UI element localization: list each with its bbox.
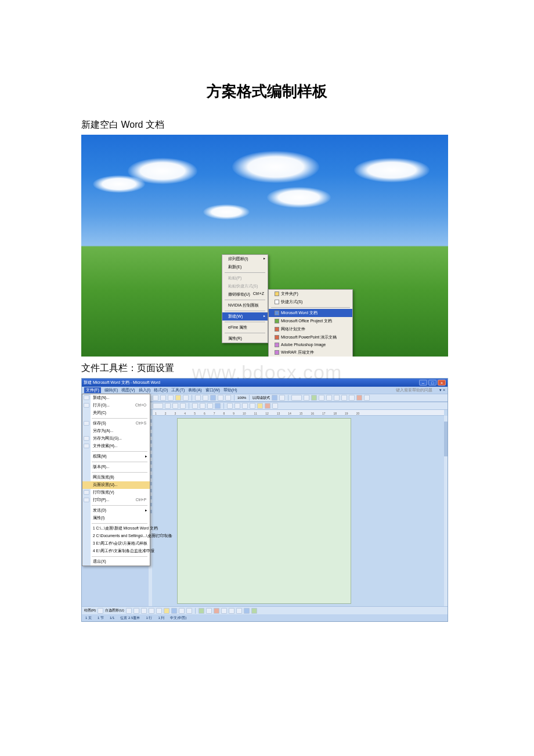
doc-close-button[interactable]: ▾ × [439,388,445,393]
new-folder[interactable]: 文件夹(F) [269,290,352,298]
draw-menu[interactable]: 绘图(R) [84,608,96,613]
toolbar-button[interactable] [250,403,255,409]
zoom-value[interactable]: 100% [237,396,246,399]
toolbar-button[interactable] [272,403,278,409]
font-color-tool[interactable] [214,608,219,614]
file-web-preview[interactable]: 网页预览(B) [82,474,150,481]
menu-bar[interactable]: 文件(F) 编辑(E) 视图(V) 插入(I) 格式(O) 工具(T) 表格(A… [82,387,448,394]
file-menu-dropdown[interactable]: 新建(N)... 打开(O)...Ctrl+O 关闭(C) 保存(S)Ctrl+… [82,394,150,566]
toolbar-button[interactable] [227,403,233,409]
drawing-toolbar[interactable]: 绘图(R) 自选图形(U) [82,606,448,614]
toolbar-button[interactable] [272,395,277,401]
toolbar-button[interactable] [210,395,216,401]
file-permission[interactable]: 权限(M) [82,453,150,460]
ctx-nvidia[interactable]: NVIDIA 控制面板 [222,301,268,309]
new-ppt[interactable]: Microsoft PowerPoint 演示文稿 [269,333,352,341]
menu-tools[interactable]: 工具(T) [171,387,185,393]
toolbar-button[interactable] [218,395,223,401]
file-recent-3[interactable]: 3 E:\周工作\会议\方案格式样板 [82,540,150,548]
file-open[interactable]: 打开(O)...Ctrl+O [82,402,150,409]
dash-style-tool[interactable] [229,608,234,614]
toolbar-button[interactable] [172,403,178,409]
ctx-refresh[interactable]: 刷新(E) [222,263,268,271]
toolbar-button[interactable] [207,403,213,409]
file-save[interactable]: 保存(S)Ctrl+S [82,420,150,427]
toolbar-button[interactable] [225,395,231,401]
toolbar-button[interactable] [334,395,340,401]
oval-tool[interactable] [149,608,154,614]
file-print-preview[interactable]: 打印预览(V) [82,489,150,496]
new-shortcut[interactable]: 快捷方式(S) [269,298,352,306]
context-menu-desktop[interactable]: 排列图标(I) 刷新(E) 粘贴(P) 粘贴快捷方式(S) 撤销移动(U)Ctr… [222,254,268,343]
file-recent-1[interactable]: 1 C:\...\桌面\新建 Microsoft Word 文档 [82,525,150,532]
file-exit[interactable]: 退出(X) [82,558,150,566]
file-page-setup[interactable]: 页面设置(U)... [82,481,150,489]
ctx-efine[interactable]: eFine 属性 [222,323,268,332]
file-new[interactable]: 新建(N)... [82,394,150,402]
vertical-scrollbar[interactable] [444,416,448,606]
new-psd[interactable]: Adobe Photoshop Image [269,341,352,348]
toolbar-button[interactable] [195,395,201,401]
menu-window[interactable]: 窗口(W) [205,387,220,393]
context-submenu-new[interactable]: 文件夹(F) 快捷方式(S) Microsoft Word 文档 Microso… [268,289,353,357]
workspace[interactable] [153,416,444,606]
file-properties[interactable]: 属性(I) [82,514,150,522]
line-style-tool[interactable] [221,608,227,614]
wordart-tool[interactable] [164,608,169,614]
minimize-button[interactable]: – [419,380,427,386]
file-recent-4[interactable]: 4 E:\周工作\文案制备总监批准申报 [82,548,150,555]
new-netplan[interactable]: 网络计划文件 [269,325,352,333]
picture-tool[interactable] [186,608,192,614]
toolbar-button[interactable] [311,395,317,401]
toolbar-button[interactable] [356,395,362,401]
close-button[interactable]: × [438,380,446,386]
toolbar-button[interactable] [160,395,166,401]
horizontal-ruler[interactable]: 1234567891011121314151617181920 [153,410,444,416]
toolbar-button[interactable] [180,403,186,409]
ctx-properties[interactable]: 属性(R) [222,334,268,343]
menu-format[interactable]: 格式(O) [154,387,168,393]
toolbar-button[interactable] [319,395,324,401]
file-saveas[interactable]: 另存为(A)... [82,427,150,435]
toolbar-button[interactable] [168,395,174,401]
toolbar-button[interactable] [291,395,302,401]
window-titlebar[interactable]: 新建 Microsoft Word 文档 - Microsoft Word – … [82,379,448,387]
new-word-doc[interactable]: Microsoft Word 文档 [269,309,352,317]
file-recent-2[interactable]: 2 C:\Documents and Settings\...\桌面\打印制备 [82,532,150,540]
menu-table[interactable]: 表格(A) [188,387,201,393]
toolbar-button[interactable] [364,395,370,401]
new-rar[interactable]: WinRAR 压缩文件 [269,348,352,357]
toolbar-button[interactable] [153,395,158,401]
toolbar-button[interactable] [200,403,205,409]
file-close[interactable]: 关闭(C) [82,409,150,417]
document-page[interactable] [177,418,351,604]
line-color-tool[interactable] [206,608,212,614]
menu-edit[interactable]: 编辑(E) [104,387,118,393]
maximize-button[interactable]: □ [428,380,436,386]
diagram-tool[interactable] [171,608,177,614]
3d-tool[interactable] [251,608,257,614]
menu-view[interactable]: 视图(V) [121,387,135,393]
toolbar-button[interactable] [175,395,181,401]
font-box[interactable] [153,403,163,409]
clipart-tool[interactable] [179,608,185,614]
help-search-box[interactable]: 键入需要帮助的问题 [396,387,432,393]
file-print[interactable]: 打印(P)...Ctrl+P [82,496,150,504]
fill-color-tool[interactable] [199,608,204,614]
arrow-tool[interactable] [134,608,139,614]
scroll-thumb[interactable] [444,422,448,456]
toolbar-button[interactable] [215,403,221,409]
menu-insert[interactable]: 插入(I) [139,387,151,393]
file-send[interactable]: 发送(D) [82,507,150,514]
arrow-style-tool[interactable] [236,608,242,614]
toolbar-button[interactable] [326,395,332,401]
read-mode-button[interactable]: 以阅读版式 [252,395,270,401]
toolbar-button[interactable] [341,395,347,401]
ctx-undo-move[interactable]: 撤销移动(U)Ctrl+Z [222,290,268,298]
line-tool[interactable] [126,608,132,614]
file-save-web[interactable]: 另存为网页(G)... [82,435,150,442]
toolbar-button[interactable] [165,403,171,409]
toolbar-button[interactable] [192,403,198,409]
toolbar-button[interactable] [242,403,248,409]
toolbar-button[interactable] [349,395,355,401]
